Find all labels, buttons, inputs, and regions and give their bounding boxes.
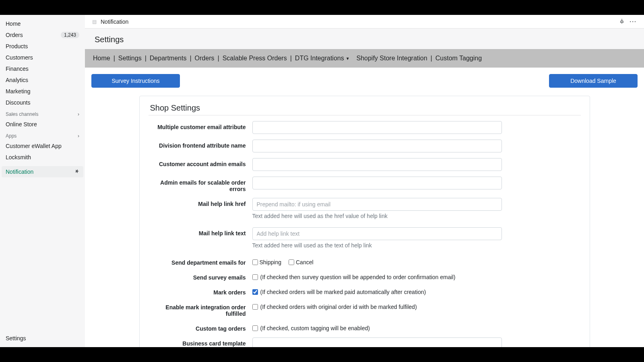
sidebar-item-locksmith[interactable]: Locksmith	[0, 152, 85, 163]
sidebar-item-label: Customer eWallet App	[6, 143, 62, 149]
label-mark-orders: Mark orders	[149, 286, 252, 296]
sidebar-item-label: Products	[6, 43, 28, 49]
sidebar-item-online-store[interactable]: Online Store	[0, 119, 85, 130]
label-admin-emails: Customer account admin emails	[149, 158, 252, 167]
apps-header[interactable]: Apps ›	[0, 130, 85, 140]
sidebar-item-discounts[interactable]: Discounts	[0, 97, 85, 108]
tab-home[interactable]: Home	[93, 55, 110, 62]
checkbox-mark-fulfilled[interactable]	[252, 304, 258, 310]
chevron-right-icon: ›	[78, 133, 79, 139]
more-icon[interactable]: ···	[630, 19, 637, 25]
sidebar-item-ewallet[interactable]: Customer eWallet App	[0, 140, 85, 152]
sidebar-item-label: Customers	[6, 54, 33, 61]
help-text-text: Text added here will used as the text of…	[252, 242, 502, 249]
sidebar: Home Orders 1,243 Products Customers Fin…	[0, 15, 85, 347]
sidebar-item-label: Locksmith	[6, 154, 31, 160]
checkbox-shipping[interactable]	[252, 259, 258, 265]
app-container: Home Orders 1,243 Products Customers Fin…	[0, 15, 644, 347]
label-help-text: Mail help link text	[149, 227, 252, 237]
checkbox-custom-tag[interactable]	[252, 325, 258, 331]
divider	[149, 115, 581, 115]
sidebar-item-settings[interactable]: Settings	[0, 332, 85, 347]
sales-channels-header[interactable]: Sales channels ›	[0, 108, 85, 119]
tab-bar: Home| Settings| Departments| Orders| Sca…	[85, 49, 644, 68]
input-multi-email[interactable]	[252, 121, 502, 134]
chevron-right-icon: ›	[78, 111, 79, 117]
input-division-attr[interactable]	[252, 140, 502, 152]
input-help-href[interactable]	[252, 198, 502, 211]
sidebar-item-label: Discounts	[6, 99, 30, 106]
sidebar-item-customers[interactable]: Customers	[0, 52, 85, 63]
checkbox-survey-emails[interactable]	[252, 274, 258, 280]
checkbox-cancel-label[interactable]: Cancel	[289, 259, 314, 265]
input-admin-emails[interactable]	[252, 158, 502, 171]
sidebar-item-label: Marketing	[6, 88, 30, 95]
sidebar-item-label: Home	[6, 21, 21, 27]
label-scalable-errors: Admin emails for scalable order errors	[149, 177, 252, 192]
sidebar-item-label: Notification	[6, 169, 33, 175]
top-bar: ▤ Notification ···	[85, 15, 644, 29]
sidebar-item-label: Analytics	[6, 77, 28, 83]
sidebar-item-home[interactable]: Home	[0, 18, 85, 29]
app-icon: ▤	[92, 19, 97, 25]
desc-mark-orders: (If checked orders will be marked paid a…	[260, 289, 426, 295]
sidebar-item-marketing[interactable]: Marketing	[0, 86, 85, 97]
desc-survey-emails: (If checked then survey question will be…	[260, 274, 456, 280]
section-header-label: Apps	[6, 133, 17, 139]
download-sample-button[interactable]: Download Sample	[549, 74, 638, 88]
content-area: Survey Instructions Download Sample Shop…	[85, 68, 644, 347]
label-custom-tag: Custom tag orders	[149, 323, 252, 332]
tab-custom-tagging[interactable]: Custom Tagging	[436, 55, 482, 62]
caret-down-icon: ▼	[346, 56, 350, 61]
main-content: ▤ Notification ··· Settings Home| Settin…	[85, 15, 644, 347]
checkbox-shipping-label[interactable]: Shipping	[252, 259, 282, 265]
tab-scalable-press[interactable]: Scalable Press Orders	[223, 55, 287, 62]
tab-settings[interactable]: Settings	[118, 55, 142, 62]
label-help-href: Mail help link href	[149, 198, 252, 207]
label-dept-emails: Send department emails for	[149, 257, 252, 266]
label-multi-email: Multiple customer email attribute	[149, 121, 252, 130]
tab-departments[interactable]: Departments	[150, 55, 187, 62]
tab-orders[interactable]: Orders	[195, 55, 215, 62]
sidebar-item-finances[interactable]: Finances	[0, 63, 85, 74]
survey-instructions-button[interactable]: Survey Instructions	[91, 74, 180, 88]
label-mark-fulfilled: Enable mark integration order fulfilled	[149, 301, 252, 317]
page-breadcrumb: Notification	[101, 19, 128, 25]
tab-shopify-integration[interactable]: Shopify Store Integration	[356, 55, 427, 62]
section-header-label: Sales channels	[6, 111, 38, 117]
shop-settings-card: Shop Settings Multiple customer email at…	[139, 96, 590, 347]
label-biz-card: Business card template	[149, 337, 252, 347]
sidebar-item-orders[interactable]: Orders 1,243	[0, 29, 85, 41]
checkbox-cancel[interactable]	[289, 259, 294, 265]
pin-icon[interactable]	[619, 18, 625, 25]
page-title: Settings	[85, 29, 644, 49]
sidebar-item-analytics[interactable]: Analytics	[0, 74, 85, 86]
sidebar-item-notification[interactable]: Notification	[2, 166, 83, 177]
tab-dtg-integrations[interactable]: DTG Integrations ▼	[295, 55, 350, 62]
card-title: Shop Settings	[149, 103, 581, 113]
desc-mark-fulfilled: (If checked orders with original order i…	[260, 304, 417, 310]
label-division-attr: Division frontend attribute name	[149, 140, 252, 149]
sidebar-item-label: Online Store	[6, 121, 37, 128]
help-text-href: Text added here will used as the href va…	[252, 213, 502, 219]
pin-icon	[74, 169, 79, 175]
label-survey-emails: Send survey emails	[149, 272, 252, 281]
input-help-text[interactable]	[252, 227, 502, 240]
desc-custom-tag: (If checked, custom tagging will be enab…	[260, 325, 370, 331]
sidebar-item-label: Finances	[6, 66, 29, 72]
checkbox-mark-orders[interactable]	[252, 289, 258, 295]
sidebar-item-products[interactable]: Products	[0, 41, 85, 52]
sidebar-item-label: Settings	[6, 335, 26, 341]
textarea-biz-card[interactable]	[252, 337, 502, 347]
orders-count-badge: 1,243	[61, 32, 79, 38]
sidebar-item-label: Orders	[6, 32, 23, 38]
input-scalable-errors[interactable]	[252, 177, 502, 189]
